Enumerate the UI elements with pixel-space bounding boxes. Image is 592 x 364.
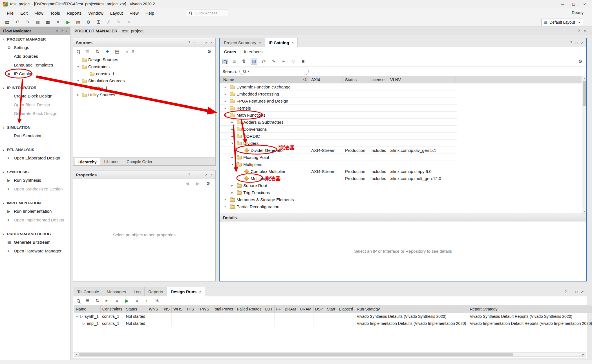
settings-gear-icon[interactable]: ⚙ xyxy=(577,58,584,65)
nav-project-manager[interactable]: ∨ PROJECT MANAGER xyxy=(0,35,70,43)
tree-item-constrs-1[interactable]: constrs_1 xyxy=(73,70,215,77)
tab-tcl-console[interactable]: Tcl Console xyxy=(74,287,103,296)
layout-selector[interactable]: ▦ Default Layout ▾ xyxy=(541,19,583,26)
window-maximize-button[interactable]: □ xyxy=(572,2,575,6)
column-header-start[interactable]: Start xyxy=(325,305,337,313)
nav-create-block-design[interactable]: Create Block Design xyxy=(0,92,70,100)
tab-hierarchy[interactable]: Hierarchy xyxy=(75,158,100,165)
ip-row-divider-generator[interactable]: Divider Generator AXI4-Stream Production… xyxy=(220,147,457,154)
toolbar-icon-search[interactable] xyxy=(76,298,81,303)
toolbar-icon-target[interactable]: ◎ xyxy=(290,58,297,65)
ip-row-dynamic-function-exchange[interactable]: ▸ Dynamic Function eXchange xyxy=(220,83,457,90)
panel-button-toolbar-toggle[interactable]: ≡ xyxy=(56,29,58,33)
toolbar-icon-search[interactable] xyxy=(222,59,227,64)
toolbar-icon-expand-all[interactable]: ⇅ xyxy=(241,58,247,65)
column-header-ths[interactable]: THS xyxy=(184,305,196,313)
column-header-uram[interactable]: URAM xyxy=(298,305,313,313)
nav-generate-bitstream[interactable]: ▦ Generate Bitstream xyxy=(0,238,70,247)
panel-button-float[interactable]: ↗ xyxy=(204,41,207,45)
nav-settings[interactable]: ⚙ Settings xyxy=(0,43,70,52)
help-icon[interactable]: ? xyxy=(578,29,580,33)
nav-generate-block-design[interactable]: Generate Block Design xyxy=(0,109,70,118)
nav-open-elaborated-design[interactable]: > Open Elaborated Design xyxy=(0,154,70,162)
nav-ip-catalog[interactable]: ◆ IP Catalog xyxy=(0,69,70,78)
settings-gear-icon[interactable]: ⚙ xyxy=(206,48,213,55)
toolbar-icon-step-forward[interactable]: » xyxy=(134,298,140,304)
ip-row-square-root[interactable]: ▸ Square Root xyxy=(220,182,457,189)
toolbar-icon-add-sources[interactable]: + xyxy=(104,48,111,55)
quick-access-search[interactable]: Quick Access xyxy=(186,10,228,16)
ip-row-partial-reconfiguration[interactable]: ▸ Partial Reconfiguration xyxy=(220,203,457,210)
close-icon[interactable]: × xyxy=(259,41,261,45)
tab-compile-order[interactable]: Compile Order xyxy=(123,158,156,165)
panel-button-minimize[interactable]: ─ xyxy=(193,173,196,177)
column-header-constraints[interactable]: Constraints xyxy=(100,305,124,313)
column-header-tns[interactable]: TNS xyxy=(160,305,171,313)
nav-simulation[interactable]: ∨ SIMULATION xyxy=(0,123,70,131)
tab-messages[interactable]: Messages xyxy=(103,287,130,296)
panel-button-collapse-panel[interactable]: « xyxy=(65,29,67,33)
ip-row-kernels[interactable]: ▸ Kernels xyxy=(220,105,457,112)
column-header-report-strategy[interactable]: Report Strategy xyxy=(468,305,592,313)
toolbar-icon-messages-dot[interactable]: ● xyxy=(124,48,130,55)
column-header-elapsed[interactable]: Elapsed xyxy=(337,305,355,313)
toolbar-icon-open-file[interactable]: ▤ xyxy=(114,48,120,55)
close-icon[interactable]: × xyxy=(292,41,294,45)
toolbar-icon-expand-all[interactable]: ⇅ xyxy=(94,298,101,304)
menu-file[interactable]: File xyxy=(3,9,17,17)
toolbar-icon-cut[interactable]: ✗ xyxy=(105,19,112,25)
nav-add-sources[interactable]: Add Sources xyxy=(0,52,70,61)
run-row-synth-1[interactable]: ∨ ▷ synth_1 constrs_1 Not started Vivado… xyxy=(74,313,592,320)
scrollbar-thumb[interactable] xyxy=(79,353,513,356)
tab-ip-catalog[interactable]: IP Catalog × xyxy=(265,38,298,47)
tree-item-design-sources[interactable]: Design Sources xyxy=(73,56,215,63)
column-header-license[interactable]: License xyxy=(368,76,388,83)
nav-open-block-design[interactable]: Open Block Design xyxy=(0,100,70,109)
panel-button-maximize[interactable]: □ xyxy=(575,290,578,294)
column-header-wns[interactable]: WNS xyxy=(147,305,160,313)
panel-button-float[interactable]: ↗ xyxy=(580,41,584,45)
subtab-interfaces[interactable]: Interfaces xyxy=(244,49,262,54)
panel-button-float[interactable]: ↗ xyxy=(581,290,584,294)
tab-design-runs[interactable]: Design Runs × xyxy=(167,287,205,296)
scroll-up-icon[interactable]: ▲ xyxy=(582,76,586,81)
menu-tools[interactable]: Tools xyxy=(47,9,63,17)
column-header-dsp[interactable]: DSP xyxy=(313,305,325,313)
ip-tree-scrollbar[interactable]: ▲ ▼ xyxy=(582,76,586,214)
toolbar-icon-dashboard[interactable]: ▦ xyxy=(45,19,51,25)
ip-row-memories-storage-elements[interactable]: ▸ Memories & Storage Elements xyxy=(220,196,457,203)
panel-button-minimize[interactable]: ─ xyxy=(570,290,572,294)
toolbar-icon-link[interactable]: ∞ xyxy=(280,58,287,65)
nav-run-simulation[interactable]: Run Simulation xyxy=(0,131,70,140)
nav-run-implementation[interactable]: ▶ Run Implementation xyxy=(0,207,70,216)
panel-button-help[interactable]: ? xyxy=(565,290,567,294)
scroll-right-icon[interactable]: ▶ xyxy=(581,353,585,356)
menu-window[interactable]: Window xyxy=(85,9,107,17)
scroll-down-icon[interactable]: ▼ xyxy=(582,209,586,214)
column-header-ff[interactable]: FF xyxy=(274,305,283,313)
close-icon[interactable]: × xyxy=(199,290,201,294)
nav-program-and-debug[interactable]: ∨ PROGRAM AND DEBUG xyxy=(0,230,70,238)
close-icon[interactable]: × xyxy=(584,29,586,33)
menu-edit[interactable]: Edit xyxy=(17,9,31,17)
column-header-whs[interactable]: WHS xyxy=(171,305,184,313)
column-header-status[interactable]: Status xyxy=(124,305,147,313)
tab-reports[interactable]: Reports xyxy=(145,287,167,296)
chevron-down-icon[interactable]: ∨ xyxy=(76,315,80,318)
ip-row-adders-subtracters[interactable]: ▸ Adders & Subtracters xyxy=(220,119,457,126)
column-header-name[interactable]: Name ∧1 xyxy=(220,76,309,83)
toolbar-icon-cancel[interactable]: × xyxy=(126,19,132,25)
nav-implementation[interactable]: ∨ IMPLEMENTATION xyxy=(0,199,70,207)
toolbar-icon-add-repository[interactable]: ⇄ xyxy=(260,58,267,65)
panel-button-close[interactable]: × xyxy=(210,41,213,45)
panel-button-maximize[interactable]: □ xyxy=(199,173,201,177)
run-row-impl-1[interactable]: ▷ impl_1 constrs_1 Not started Vivado Im… xyxy=(74,320,592,327)
column-header-status[interactable]: Status xyxy=(343,76,368,83)
ip-row-conversions[interactable]: ▸ Conversions xyxy=(220,126,457,133)
toolbar-icon-add-run[interactable]: + xyxy=(143,298,150,304)
toolbar-icon-back[interactable]: ◀ xyxy=(184,180,191,187)
ip-row-embedded-processing[interactable]: ▸ Embedded Processing xyxy=(220,90,457,97)
ip-row-floating-point[interactable]: ▸ Floating Point xyxy=(220,154,457,161)
ip-row-multipliers[interactable]: ▾ Multipliers xyxy=(220,161,457,168)
window-close-button[interactable]: × xyxy=(583,2,586,6)
